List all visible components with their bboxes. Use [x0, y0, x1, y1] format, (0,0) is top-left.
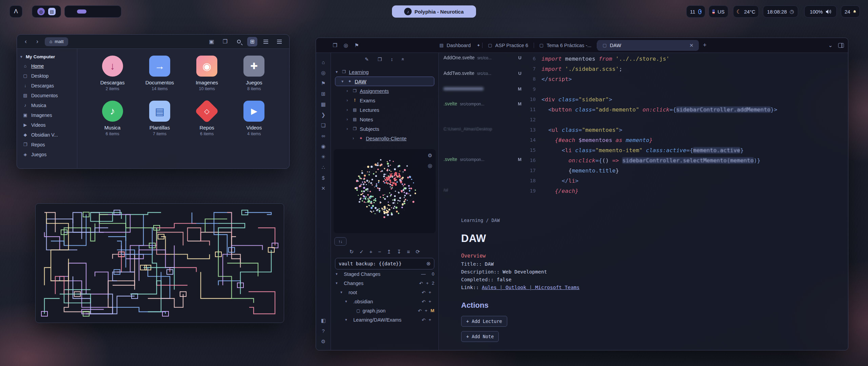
git-action-icon[interactable]: ↻	[349, 249, 354, 255]
git-action-icon[interactable]: ⟳	[416, 249, 420, 255]
files-panel-icon[interactable]: ❐	[330, 42, 340, 48]
git-tree-row[interactable]: ▾ root ↶ +	[335, 288, 434, 297]
ribbon-icon[interactable]: ✕	[321, 183, 326, 194]
folder-tile[interactable]: ◇ Repos 6 items	[183, 101, 231, 136]
ribbon-icon[interactable]: ◎	[321, 67, 326, 78]
stage-icon[interactable]: +	[426, 281, 429, 286]
git-tree-row[interactable]: ▾ .obsidian ↶ +	[335, 297, 434, 306]
ribbon-icon[interactable]: ∞	[321, 130, 326, 141]
volume-module[interactable]: 100%	[804, 5, 837, 18]
git-action-icon[interactable]: ≡	[407, 249, 410, 255]
ribbon-icon[interactable]: ❯	[321, 109, 326, 120]
close-tab-icon[interactable]: ✕	[689, 43, 693, 48]
sidebar-item[interactable]: ▶ Videos	[20, 120, 74, 130]
new-note-icon[interactable]: ✎	[365, 57, 369, 62]
search-button[interactable]	[234, 37, 244, 46]
sidebar-item[interactable]: ⌂ Home	[20, 61, 74, 71]
tree-item[interactable]: › ▤ Notes	[334, 115, 436, 124]
ribbon-icon[interactable]: ⌂	[321, 57, 326, 67]
stage-icon[interactable]: +	[425, 308, 428, 313]
ribbon-icon[interactable]: ▦	[321, 99, 326, 109]
tab-overflow-icon[interactable]: ⌄	[828, 42, 833, 48]
sidebar-section-title[interactable]: ▾ My Computer	[20, 52, 74, 61]
ribbon-icon[interactable]: ⚑	[321, 78, 326, 88]
note-action-button[interactable]: + Add Lecture	[461, 316, 507, 327]
note-action-button[interactable]: + Add Note	[461, 331, 499, 342]
external-link[interactable]: Aules	[482, 285, 497, 290]
ribbon-icon[interactable]: ❏	[321, 120, 326, 130]
tree-item[interactable]: › ❒ Assignments	[334, 86, 436, 96]
thumbnails-button[interactable]: ▣	[206, 37, 217, 46]
sidebar-item[interactable]: ♪ Musica	[20, 100, 74, 110]
sort-icon[interactable]: ↕	[391, 57, 393, 62]
app-launcher-button[interactable]: Λ	[9, 5, 22, 18]
stage-icon[interactable]: +	[429, 317, 431, 322]
sidebar-item[interactable]: ▣ Imagenes	[20, 110, 74, 120]
workspace-indicator[interactable]	[64, 5, 121, 18]
widget-app-icon[interactable]: ◍	[37, 8, 45, 15]
toggle-right-sidebar-icon[interactable]	[838, 43, 844, 48]
commit-message-input[interactable]	[339, 261, 426, 266]
menu-button[interactable]	[274, 37, 284, 46]
graph-focus-icon[interactable]: ◎	[428, 163, 432, 169]
list-view-button[interactable]	[261, 37, 271, 46]
graph-view-canvas[interactable]	[334, 149, 436, 233]
grid-view-button[interactable]: ⊞	[247, 37, 257, 46]
tab-dashboard[interactable]: ▤ Dashboard	[434, 40, 476, 51]
folder-tile[interactable]: ◉ Imagenes 10 items	[183, 56, 231, 91]
updates-module[interactable]: 11	[686, 5, 705, 18]
git-tree-row[interactable]: ▢ graph.json ↶ + M	[335, 306, 434, 315]
ribbon-icon[interactable]: ⊞	[321, 88, 326, 99]
graph-settings-icon[interactable]: ⚙	[428, 152, 432, 159]
forward-button[interactable]: ›	[33, 38, 41, 46]
git-tree-row[interactable]: ▾ Changes ↶ + 2	[335, 279, 434, 288]
sidebar-item[interactable]: ❐ Repos	[20, 140, 74, 149]
new-folder-button[interactable]: ❐	[220, 37, 230, 46]
tree-item[interactable]: › ! Exams	[334, 96, 436, 105]
tab-daw-active[interactable]: ▢ DAW ✕	[597, 40, 699, 51]
folder-tile[interactable]: ↓ Descargas 2 items	[89, 56, 136, 91]
discard-icon[interactable]: ↶	[422, 317, 426, 323]
sidebar-item[interactable]: ▤ Documentos	[20, 90, 74, 100]
git-action-icon[interactable]: ↥	[387, 249, 391, 255]
git-action-icon[interactable]: −	[378, 249, 381, 255]
ribbon-icon[interactable]: ?	[321, 326, 326, 336]
folder-tile[interactable]: → Documentos 14 items	[136, 56, 183, 91]
keyboard-layout-module[interactable]: US	[709, 5, 728, 18]
ribbon-icon[interactable]: ∴	[321, 162, 326, 172]
clear-message-icon[interactable]: ⊗	[426, 261, 431, 267]
tree-item[interactable]: ▾ ✦ DAW	[335, 77, 434, 86]
discard-icon[interactable]: ↶	[422, 290, 426, 295]
git-action-icon[interactable]: ↧	[397, 249, 401, 255]
tree-item[interactable]: › ❐ Subjects	[334, 124, 436, 134]
folder-tile[interactable]: ♪ Musica 6 items	[89, 101, 136, 136]
new-folder-icon[interactable]: ❐	[378, 57, 382, 62]
note-breadcrumb[interactable]: Learning / DAW	[461, 218, 834, 223]
ribbon-icon[interactable]: ✳	[321, 151, 326, 162]
tree-item[interactable]: ▾ ❐ Learning	[334, 67, 436, 77]
ribbon-icon[interactable]: ⚙	[321, 336, 326, 347]
git-tree-row[interactable]: ▾ Learning/DAW/Exams ↶ +	[335, 315, 434, 324]
clock-module[interactable]: 18:08:28 ◷	[763, 5, 798, 18]
stage-icon[interactable]: +	[429, 290, 431, 295]
discard-icon[interactable]: ↶	[419, 281, 423, 286]
tree-item[interactable]: › ✦ Desarrollo-Cliente	[334, 134, 436, 143]
folder-tile[interactable]: ▤ Plantillas 7 items	[136, 101, 183, 136]
collapse-all-icon[interactable]: «	[400, 58, 406, 61]
tab-asp-practice[interactable]: ▢ ASP Practice 6	[482, 40, 534, 51]
discard-icon[interactable]: ↶	[418, 308, 422, 313]
new-tab-button[interactable]: +	[703, 42, 707, 49]
external-link[interactable]: Microsoft Teams	[526, 285, 579, 290]
media-player-module[interactable]: ♪ Polyphia - Neurotica	[392, 5, 476, 18]
search-panel-icon[interactable]: ◎	[340, 42, 351, 48]
git-action-icon[interactable]: +	[370, 249, 373, 255]
discard-icon[interactable]: —	[421, 271, 426, 277]
pin-icon[interactable]: ✦	[477, 43, 480, 48]
folder-tile[interactable]: ✚ Juegos 8 items	[231, 56, 278, 91]
weather-module[interactable]: ☾ 24°C	[733, 5, 759, 18]
folder-tile[interactable]: ▶ Videos 4 items	[231, 101, 278, 136]
sidebar-item[interactable]: ↓ Descargas	[20, 81, 74, 90]
back-button[interactable]: ‹	[22, 38, 30, 46]
external-link[interactable]: Outlook	[497, 285, 526, 290]
bookmarks-panel-icon[interactable]: ⚑	[351, 42, 362, 48]
